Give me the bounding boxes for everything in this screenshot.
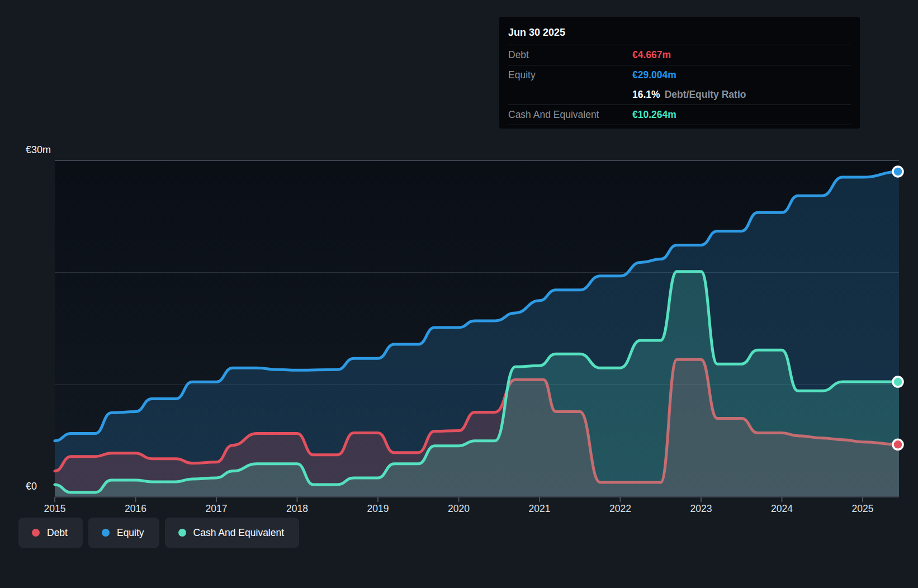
tooltip-equity-label: Equity [508, 69, 632, 81]
y-label-30m: €30m [26, 144, 51, 155]
legend-cash-label: Cash And Equivalent [193, 527, 284, 539]
cash-dot-icon [178, 529, 186, 537]
debt-endpoint-marker [893, 439, 903, 449]
x-label-2024: 2024 [771, 503, 793, 514]
tooltip-row-equity: Equity €29.004m [508, 65, 851, 85]
x-label-2017: 2017 [206, 503, 228, 514]
ratio-percent: 16.1% [632, 89, 660, 100]
equity-dot-icon [102, 529, 110, 537]
tooltip-row-cash: Cash And Equivalent €10.264m [508, 105, 851, 125]
x-label-2016: 2016 [125, 503, 146, 514]
y-label-0m: €0 [26, 481, 37, 492]
x-label-2020: 2020 [448, 503, 470, 514]
legend-equity-label: Equity [117, 527, 144, 539]
debt-dot-icon [32, 529, 40, 537]
x-label-2018: 2018 [286, 503, 308, 514]
legend-item-cash[interactable]: Cash And Equivalent [165, 518, 299, 548]
x-label-2022: 2022 [609, 503, 631, 514]
tooltip-row-debt: Debt €4.667m [508, 45, 851, 65]
x-label-2023: 2023 [690, 503, 712, 514]
equity-endpoint-marker [893, 167, 903, 177]
cash-endpoint-marker [893, 377, 903, 387]
legend-debt-label: Debt [47, 527, 68, 539]
x-label-2019: 2019 [367, 503, 389, 514]
x-label-2021: 2021 [529, 503, 551, 514]
hover-tooltip: Jun 30 2025 Debt €4.667m Equity €29.004m… [499, 17, 860, 129]
tooltip-date: Jun 30 2025 [508, 22, 851, 45]
debt-equity-history-chart: 2015201620172018201920202021202220232024… [0, 0, 918, 588]
ratio-label: Debt/Equity Ratio [665, 89, 746, 100]
chart-legend: Debt Equity Cash And Equivalent [18, 518, 299, 548]
x-label-2025: 2025 [852, 503, 874, 514]
legend-item-equity[interactable]: Equity [88, 518, 159, 548]
legend-item-debt[interactable]: Debt [18, 518, 83, 548]
x-label-2015: 2015 [44, 503, 66, 514]
tooltip-debt-label: Debt [508, 49, 632, 61]
tooltip-equity-value: €29.004m [632, 69, 676, 81]
tooltip-row-ratio: 16.1%Debt/Equity Ratio [508, 85, 851, 105]
tooltip-debt-value: €4.667m [632, 49, 671, 61]
tooltip-cash-value: €10.264m [632, 109, 676, 121]
tooltip-cash-label: Cash And Equivalent [508, 109, 632, 121]
tooltip-ratio-value: 16.1%Debt/Equity Ratio [632, 89, 746, 101]
